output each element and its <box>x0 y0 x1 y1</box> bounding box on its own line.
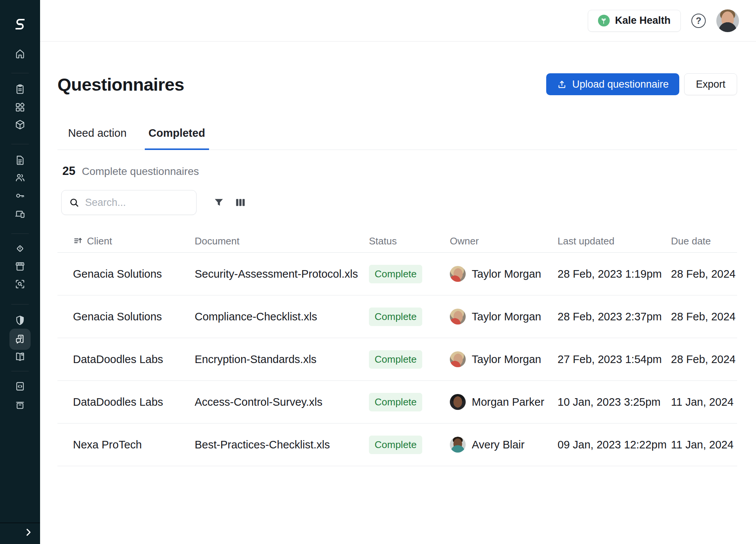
sidebar-divider <box>11 73 29 73</box>
client-cell: DataDoodles Labs <box>73 353 195 366</box>
owner-avatar <box>450 437 466 453</box>
scan-search-icon[interactable] <box>14 278 26 290</box>
due-date-cell: 11 Jan, 2024 <box>671 396 737 408</box>
status-cell: Complete <box>369 308 450 326</box>
owner-cell: Taylor Morgan <box>450 351 558 367</box>
book-icon[interactable] <box>14 351 26 362</box>
upload-icon <box>557 79 567 90</box>
document-icon[interactable] <box>14 155 26 166</box>
column-header-due-date[interactable]: Due date <box>671 235 737 247</box>
users-icon[interactable] <box>14 172 26 183</box>
client-cell: DataDoodles Labs <box>73 396 195 408</box>
owner-cell: Avery Blair <box>450 437 558 453</box>
table-row[interactable]: Nexa ProTech Best-Practices-Checklist.xl… <box>57 423 737 466</box>
last-updated-cell: 28 Feb, 2023 1:19pm <box>558 268 671 280</box>
column-header-document[interactable]: Document <box>195 235 369 247</box>
tab-need-action[interactable]: Need action <box>67 118 127 150</box>
table-header: Client Document Status Owner Last update… <box>57 230 737 253</box>
status-badge: Complete <box>369 308 422 326</box>
column-header-client[interactable]: Client <box>73 235 195 247</box>
devices-icon[interactable] <box>14 208 26 219</box>
owner-name: Taylor Morgan <box>472 311 541 323</box>
main-content: Questionnaires Upload questionnaire Expo… <box>40 42 756 544</box>
table-row[interactable]: DataDoodles Labs Encryption-Standards.xl… <box>57 338 737 381</box>
due-date-cell: 28 Feb, 2024 <box>671 311 737 323</box>
sort-icon <box>73 236 83 246</box>
tab-completed[interactable]: Completed <box>145 118 209 150</box>
last-updated-cell: 09 Jan, 2023 12:22pm <box>558 439 671 451</box>
sidebar-divider <box>11 144 29 144</box>
archive-icon[interactable] <box>14 399 26 410</box>
cube-icon[interactable] <box>14 119 26 130</box>
owner-cell: Morgan Parker <box>450 394 558 410</box>
table-row[interactable]: Genacia Solutions Compliance-Checklist.x… <box>57 295 737 338</box>
sidebar-divider <box>11 371 29 371</box>
owner-avatar <box>450 266 466 282</box>
sidebar-divider <box>0 522 40 523</box>
export-button[interactable]: Export <box>684 73 737 95</box>
document-cell: Security-Assessment-Protocol.xls <box>195 268 369 280</box>
status-badge: Complete <box>369 436 422 454</box>
org-switcher-button[interactable]: Kale Health <box>588 10 681 32</box>
questionnaire-icon[interactable] <box>14 334 26 345</box>
client-cell: Nexa ProTech <box>73 439 195 451</box>
help-icon[interactable]: ? <box>691 14 706 28</box>
status-badge: Complete <box>369 393 422 411</box>
document-cell: Best-Practices-Checklist.xls <box>195 439 369 451</box>
owner-name: Avery Blair <box>472 439 525 451</box>
search-icon <box>68 197 80 208</box>
home-icon[interactable] <box>14 48 26 59</box>
column-header-status[interactable]: Status <box>369 235 450 247</box>
alert-diamond-icon[interactable] <box>14 243 26 254</box>
status-cell: Complete <box>369 393 450 411</box>
questionnaire-count-label: Complete questionnaires <box>82 165 199 178</box>
owner-cell: Taylor Morgan <box>450 266 558 282</box>
questionnaire-count: 25 <box>62 164 75 178</box>
document-cell: Encryption-Standards.xls <box>195 353 369 366</box>
column-header-last-updated[interactable]: Last updated <box>558 235 671 247</box>
grid-icon[interactable] <box>14 102 26 113</box>
page-title: Questionnaires <box>57 74 184 95</box>
tab-bar: Need action Completed <box>57 118 737 150</box>
column-header-owner[interactable]: Owner <box>450 235 558 247</box>
app-logo-icon[interactable] <box>12 16 28 32</box>
table-body: Genacia Solutions Security-Assessment-Pr… <box>57 253 737 466</box>
owner-avatar <box>450 394 466 410</box>
owner-name: Morgan Parker <box>472 396 544 408</box>
last-updated-cell: 27 Feb, 2023 1:54pm <box>558 353 671 366</box>
user-avatar[interactable] <box>716 9 739 32</box>
columns-icon[interactable] <box>234 196 246 209</box>
top-bar: Kale Health ? <box>40 0 756 42</box>
owner-cell: Taylor Morgan <box>450 309 558 325</box>
status-badge: Complete <box>369 265 422 283</box>
key-icon[interactable] <box>14 190 26 201</box>
client-cell: Genacia Solutions <box>73 311 195 323</box>
table-row[interactable]: Genacia Solutions Security-Assessment-Pr… <box>57 253 737 295</box>
search-input[interactable] <box>85 197 189 209</box>
filter-icon[interactable] <box>213 197 225 208</box>
owner-name: Taylor Morgan <box>472 268 541 280</box>
org-name: Kale Health <box>615 15 671 26</box>
search-box[interactable] <box>61 190 197 215</box>
upload-questionnaire-button[interactable]: Upload questionnaire <box>546 73 679 95</box>
questionnaire-table: Client Document Status Owner Last update… <box>57 230 737 466</box>
owner-avatar <box>450 309 466 325</box>
owner-avatar <box>450 351 466 367</box>
org-logo-icon <box>598 15 610 26</box>
table-row[interactable]: DataDoodles Labs Access-Control-Survey.x… <box>57 381 737 423</box>
code-clipboard-icon[interactable] <box>14 380 26 392</box>
shield-icon[interactable] <box>14 315 26 326</box>
sidebar <box>0 0 40 544</box>
status-cell: Complete <box>369 350 450 369</box>
document-cell: Access-Control-Survey.xls <box>195 396 369 408</box>
due-date-cell: 11 Jan, 2024 <box>671 439 737 451</box>
sidebar-divider <box>11 304 29 304</box>
owner-name: Taylor Morgan <box>472 353 541 366</box>
last-updated-cell: 28 Feb, 2023 2:37pm <box>558 311 671 323</box>
expand-sidebar-chevron-icon[interactable] <box>23 527 33 537</box>
status-badge: Complete <box>369 350 422 369</box>
last-updated-cell: 10 Jan, 2023 3:25pm <box>558 396 671 408</box>
clipboard-icon[interactable] <box>14 83 26 95</box>
sidebar-divider <box>11 233 29 234</box>
storefront-icon[interactable] <box>14 261 26 272</box>
